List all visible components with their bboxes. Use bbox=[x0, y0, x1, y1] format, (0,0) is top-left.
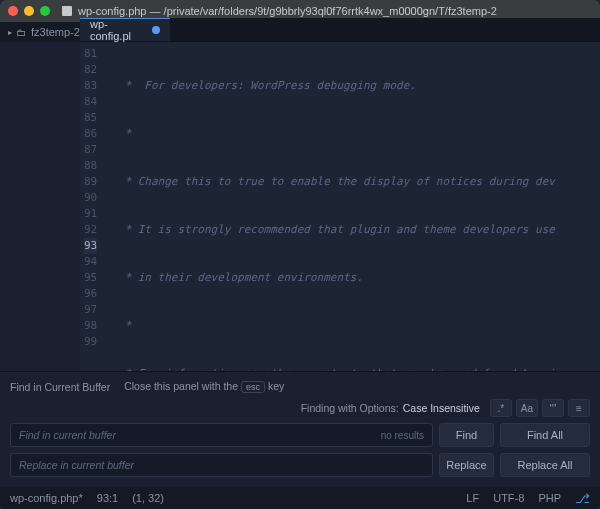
tab-modified-icon bbox=[152, 26, 160, 34]
find-close-hint: Close this panel with the esc key bbox=[124, 380, 284, 393]
replace-button[interactable]: Replace bbox=[439, 453, 494, 477]
code-line: * in their development environments. bbox=[105, 270, 600, 286]
line-number: 82 bbox=[84, 62, 97, 78]
line-number: 95 bbox=[84, 270, 97, 286]
document-icon bbox=[62, 6, 72, 16]
git-branch-icon[interactable]: ⎇ bbox=[575, 491, 590, 506]
chevron-right-icon: ▸ bbox=[8, 28, 12, 37]
find-input[interactable]: Find in current buffer no results bbox=[10, 423, 433, 447]
code-line: * bbox=[105, 318, 600, 334]
line-number: 81 bbox=[84, 46, 97, 62]
line-number: 97 bbox=[84, 302, 97, 318]
line-number: 89 bbox=[84, 174, 97, 190]
line-number: 94 bbox=[84, 254, 97, 270]
line-number: 84 bbox=[84, 94, 97, 110]
status-encoding[interactable]: UTF-8 bbox=[493, 492, 524, 504]
minimize-icon[interactable] bbox=[24, 6, 34, 16]
line-number: 92 bbox=[84, 222, 97, 238]
line-number: 86 bbox=[84, 126, 97, 142]
status-language[interactable]: PHP bbox=[538, 492, 561, 504]
main: 81 82 83 84 85 86 87 88 89 90 91 92 93 9… bbox=[0, 42, 600, 371]
status-file[interactable]: wp-config.php* bbox=[10, 492, 83, 504]
editor[interactable]: 81 82 83 84 85 86 87 88 89 90 91 92 93 9… bbox=[80, 42, 600, 371]
line-number: 83 bbox=[84, 78, 97, 94]
editor-window: wp-config.php — /private/var/folders/9t/… bbox=[0, 0, 600, 509]
code[interactable]: * For developers: WordPress debugging mo… bbox=[105, 42, 600, 371]
project-name: fz3temp-2 bbox=[31, 26, 80, 38]
code-line: * For information on other constants tha… bbox=[105, 366, 600, 371]
line-number: 88 bbox=[84, 158, 97, 174]
replace-input[interactable]: Replace in current buffer bbox=[10, 453, 433, 477]
esc-key-icon: esc bbox=[241, 381, 265, 393]
code-line: * For developers: WordPress debugging mo… bbox=[105, 78, 600, 94]
find-options-label: Finding with Options: bbox=[301, 402, 399, 414]
status-selection[interactable]: (1, 32) bbox=[132, 492, 164, 504]
gutter: 81 82 83 84 85 86 87 88 89 90 91 92 93 9… bbox=[80, 42, 105, 371]
tree-view[interactable] bbox=[0, 42, 80, 371]
line-number: 99 bbox=[84, 334, 97, 350]
close-icon[interactable] bbox=[8, 6, 18, 16]
window-title: wp-config.php — /private/var/folders/9t/… bbox=[78, 5, 592, 17]
opt-regex-button[interactable]: .* bbox=[490, 399, 512, 417]
status-cursor[interactable]: 93:1 bbox=[97, 492, 118, 504]
tab-wp-config[interactable]: wp-config.pl bbox=[80, 18, 170, 41]
tabbar: wp-config.pl bbox=[80, 18, 600, 42]
status-bar: wp-config.php* 93:1 (1, 32) LF UTF-8 PHP… bbox=[0, 487, 600, 509]
code-line: * It is strongly recommended that plugin… bbox=[105, 222, 600, 238]
find-panel: Find in Current Buffer Close this panel … bbox=[0, 371, 600, 487]
replace-all-button[interactable]: Replace All bbox=[500, 453, 590, 477]
code-line: * bbox=[105, 126, 600, 142]
find-case-option: Case Insensitive bbox=[403, 402, 480, 414]
opt-wholeword-button[interactable]: “” bbox=[542, 399, 564, 417]
folder-icon: 🗀 bbox=[16, 27, 26, 38]
line-number: 91 bbox=[84, 206, 97, 222]
line-number: 93 bbox=[84, 238, 97, 254]
window-controls bbox=[8, 6, 50, 16]
line-number: 96 bbox=[84, 286, 97, 302]
line-number: 90 bbox=[84, 190, 97, 206]
find-no-results: no results bbox=[381, 430, 424, 441]
opt-selection-button[interactable]: ≡ bbox=[568, 399, 590, 417]
find-title: Find in Current Buffer bbox=[10, 381, 110, 393]
opt-case-button[interactable]: Aa bbox=[516, 399, 538, 417]
tab-label: wp-config.pl bbox=[90, 18, 146, 42]
zoom-icon[interactable] bbox=[40, 6, 50, 16]
status-eol[interactable]: LF bbox=[466, 492, 479, 504]
line-number: 87 bbox=[84, 142, 97, 158]
find-button[interactable]: Find bbox=[439, 423, 494, 447]
find-all-button[interactable]: Find All bbox=[500, 423, 590, 447]
line-number: 85 bbox=[84, 110, 97, 126]
code-line: * Change this to true to enable the disp… bbox=[105, 174, 600, 190]
line-number: 98 bbox=[84, 318, 97, 334]
